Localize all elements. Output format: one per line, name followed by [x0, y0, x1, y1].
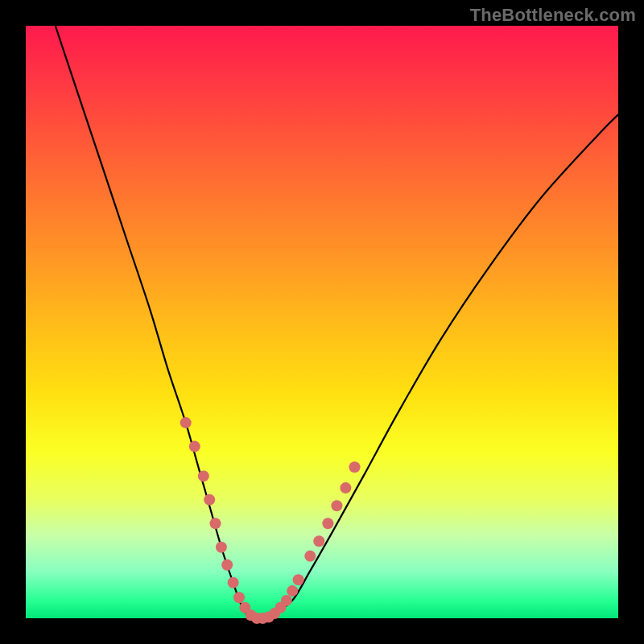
marker-dot — [304, 551, 316, 562]
watermark-text: TheBottleneck.com — [470, 5, 636, 26]
marker-dot — [198, 470, 209, 481]
marker-dot — [322, 518, 333, 529]
marker-dot — [180, 417, 192, 428]
bottleneck-curve — [56, 26, 618, 619]
marker-dot — [189, 441, 200, 452]
marker-dot — [331, 500, 342, 511]
chart-svg — [26, 26, 618, 618]
marker-dot — [221, 559, 233, 571]
marker-dot — [349, 461, 361, 473]
marker-dot — [313, 535, 324, 547]
marker-dot — [293, 574, 304, 585]
marker-dot — [233, 592, 245, 603]
marker-dot — [287, 585, 298, 597]
plot-area — [26, 26, 618, 618]
marker-dot — [228, 577, 239, 588]
curve-layer — [56, 26, 618, 619]
marker-dot — [281, 595, 292, 606]
marker-dot — [210, 518, 221, 529]
marker-dot — [216, 542, 227, 553]
outer-frame: TheBottleneck.com — [0, 0, 644, 644]
marker-dot — [204, 494, 215, 506]
marker-layer — [180, 417, 361, 624]
marker-dot — [340, 482, 351, 493]
